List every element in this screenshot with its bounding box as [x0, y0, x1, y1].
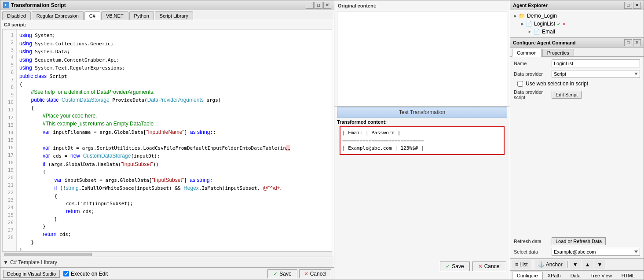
data-provider-script-label: Data provider script [514, 89, 549, 100]
middle-bottom-bar: ✓ Save ✕ Cancel [334, 253, 510, 280]
data-provider-row: Data provider Script [514, 70, 640, 78]
up-toolbar-button[interactable]: ▲ [582, 260, 593, 269]
ae-restore-button[interactable]: □ [624, 2, 632, 9]
name-label: Name [514, 61, 549, 66]
tree-item-demo-login[interactable]: ▶ 📁 Demo_Login [512, 12, 642, 20]
window-controls: − □ ✕ [306, 2, 331, 9]
down-toolbar-button[interactable]: ▼ [594, 260, 606, 269]
bottom-tab-strip: Configure XPath Data Tree View HTML [510, 270, 644, 280]
tab-csharp[interactable]: C# [84, 11, 100, 20]
tab-vbnet[interactable]: VB.NET [101, 11, 128, 20]
script-label: C# script: [0, 20, 334, 29]
edit-script-row: Data provider script Edit Script [514, 89, 640, 100]
left-title-text: Transformation Script [11, 2, 66, 8]
tree-root-label: Demo_Login [527, 13, 557, 19]
toolbar-separator-2 [567, 261, 568, 268]
edit-script-button[interactable]: Edit Script [552, 91, 582, 99]
loginlist-label: LoginList [534, 21, 555, 27]
select-data-label: Select data [514, 249, 549, 254]
cancel-label: Cancel [310, 271, 326, 277]
down-icon: ▼ [597, 262, 603, 268]
configure-controls: □ ✕ [624, 39, 641, 46]
bottom-tab-xpath[interactable]: XPath [543, 272, 566, 280]
folder-icon: 📁 [519, 13, 525, 19]
save-check-icon: ✓ [273, 271, 278, 277]
bottom-toolbar: ≡ List ⚓ Anchor ▼ ▲ ▼ [510, 258, 644, 270]
anchor-icon: ⚓ [538, 262, 545, 268]
agent-tree: ▶ 📁 Demo_Login ▶ 📄 LoginList ✔ ✕ ► 📄 Ema… [510, 10, 644, 37]
refresh-data-row: Refresh data Load or Refresh Data [514, 237, 640, 245]
debug-bar: Debug in Visual Studio Execute on Edit ✓… [0, 267, 334, 280]
middle-panel: Original content: Test Transformation Tr… [334, 0, 510, 280]
use-web-selection-row: Use web selection in script [514, 81, 640, 87]
agent-explorer-controls: □ ✕ [624, 2, 641, 9]
tree-item-loginlist[interactable]: ▶ 📄 LoginList ✔ ✕ [519, 20, 642, 28]
list-toolbar-button[interactable]: ≡ List [512, 260, 531, 269]
execute-on-edit-checkbox[interactable] [63, 271, 69, 276]
filter-icon: ▼ [573, 262, 578, 268]
cfg-restore-button[interactable]: □ [624, 39, 632, 46]
transform-section: Test Transformation Transformed content:… [334, 107, 510, 158]
name-row: Name [514, 59, 640, 67]
toolbar-separator-1 [533, 261, 533, 268]
test-transform-label: Test Transformation [399, 109, 445, 115]
ae-close-button[interactable]: ✕ [633, 2, 641, 9]
tab-regex[interactable]: Regular Expression [32, 11, 84, 20]
left-panel-title: F Transformation Script [3, 2, 66, 8]
data-provider-select[interactable]: Script [552, 70, 640, 78]
original-content-area [337, 11, 507, 107]
horizontal-scrollbar[interactable] [2, 251, 332, 257]
anchor-toolbar-button[interactable]: ⚓ Anchor [535, 260, 566, 269]
mid-cancel-x-icon: ✕ [478, 263, 483, 269]
minimize-button[interactable]: − [306, 2, 314, 9]
template-library-label[interactable]: ▼ C# Template Library [3, 259, 57, 265]
tree-level2: ► 📄 Email [519, 28, 642, 36]
name-input[interactable] [552, 59, 640, 67]
data-provider-label: Data provider [514, 71, 549, 77]
email-label: Email [542, 29, 555, 35]
tab-disabled[interactable]: Disabled [2, 11, 31, 20]
bottom-tab-configure[interactable]: Configure [512, 272, 543, 280]
save-button[interactable]: ✓ Save [267, 269, 297, 278]
agent-explorer-title: Agent Explorer [513, 3, 548, 8]
execute-on-edit-text: Execute on Edit [71, 271, 108, 277]
agent-explorer-titlebar: Agent Explorer □ ✕ [510, 0, 644, 10]
left-titlebar: F Transformation Script − □ ✕ [0, 0, 334, 10]
tab-python[interactable]: Python [129, 11, 154, 20]
mid-save-label: Save [452, 263, 464, 269]
filter-toolbar-button[interactable]: ▼ [570, 260, 581, 269]
middle-save-button[interactable]: ✓ Save [440, 262, 469, 271]
cancel-button[interactable]: ✕ Cancel [299, 269, 331, 278]
configure-titlebar: Configure Agent Command □ ✕ [510, 38, 644, 48]
close-button[interactable]: ✕ [323, 2, 331, 9]
cfg-close-button[interactable]: ✕ [633, 39, 641, 46]
bottom-tab-treeview[interactable]: Tree View [585, 272, 617, 280]
load-refresh-button[interactable]: Load or Refresh Data [552, 237, 606, 245]
test-transformation-header[interactable]: Test Transformation [337, 107, 507, 118]
bottom-tab-data[interactable]: Data [566, 272, 585, 280]
tab-script-library[interactable]: Script Library [155, 11, 193, 20]
doc-icon-email: 📄 [534, 29, 540, 35]
config-tab-bar: Common Properties [510, 48, 644, 57]
use-web-selection-label: Use web selection in script [526, 81, 588, 87]
tree-item-email[interactable]: ► 📄 Email [526, 28, 642, 36]
refresh-data-label: Refresh data [514, 239, 549, 244]
middle-cancel-button[interactable]: ✕ Cancel [472, 262, 506, 271]
transformation-icon: F [3, 2, 9, 8]
mid-save-check-icon: ✓ [446, 263, 450, 269]
code-editor[interactable]: 1234567891011121314151617181920212223242… [2, 29, 332, 251]
config-tab-common[interactable]: Common [512, 49, 542, 57]
bottom-tab-html[interactable]: HTML [617, 272, 640, 280]
code-text[interactable]: using System; using System.Collections.G… [17, 29, 332, 251]
list-icon: ≡ [515, 262, 518, 268]
scroll-thumb[interactable] [4, 253, 92, 256]
mid-cancel-label: Cancel [484, 263, 501, 269]
tree-arrow-icon: ▶ [514, 14, 517, 18]
select-data-dropdown[interactable]: Example@abc.com [552, 248, 640, 256]
use-web-selection-checkbox[interactable] [517, 81, 523, 87]
maximize-button[interactable]: □ [315, 2, 322, 9]
template-library-text: C# Template Library [10, 259, 57, 265]
debug-vs-button[interactable]: Debug in Visual Studio [3, 270, 60, 278]
up-icon: ▲ [585, 262, 590, 268]
config-tab-properties[interactable]: Properties [542, 49, 574, 56]
